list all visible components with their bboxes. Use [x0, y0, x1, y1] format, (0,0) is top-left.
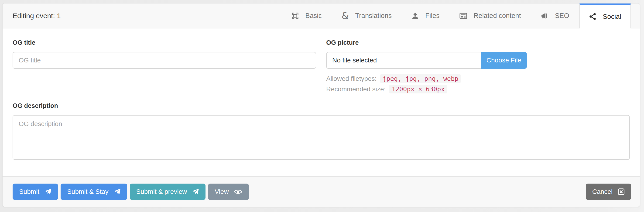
- view-button-label: View: [214, 188, 228, 196]
- paper-plane-icon: [114, 188, 121, 195]
- tab-related-content[interactable]: Related content: [460, 12, 521, 20]
- allowed-filetypes-label: Allowed filetypes:: [326, 75, 376, 82]
- recommended-size-value: 1200px × 630px: [389, 85, 447, 94]
- og-description-field: OG description: [12, 102, 630, 161]
- tab-label: Files: [425, 12, 440, 20]
- crop-icon: [292, 12, 299, 20]
- recommended-size-line: Recommended size: 1200px × 630px: [326, 85, 630, 94]
- tab-translations[interactable]: & Translations: [342, 11, 392, 20]
- choose-file-button[interactable]: Choose File: [481, 52, 527, 69]
- megaphone-icon: [541, 12, 549, 20]
- form-body: OG title OG picture No file selected Cho…: [2, 28, 640, 176]
- cancel-button-label: Cancel: [592, 188, 612, 196]
- submit-stay-button-label: Submit & Stay: [67, 188, 108, 196]
- ampersand-icon: &: [342, 11, 349, 20]
- allowed-filetypes-value: jpeg, jpg, png, webp: [380, 74, 461, 83]
- tab-label: Related content: [474, 12, 521, 20]
- og-picture-label: OG picture: [326, 39, 630, 46]
- og-description-textarea[interactable]: [12, 115, 630, 160]
- submit-stay-button[interactable]: Submit & Stay: [60, 184, 127, 200]
- paper-plane-icon: [192, 188, 199, 195]
- og-title-label: OG title: [12, 39, 316, 46]
- tab-label: SEO: [555, 12, 569, 20]
- og-picture-field: OG picture No file selected Choose File …: [326, 39, 630, 94]
- card-header: Editing event: 1 Basic & Translations: [2, 4, 640, 28]
- close-square-icon: [618, 188, 625, 195]
- eye-icon: [234, 189, 242, 195]
- upload-icon: [412, 12, 419, 20]
- page-title: Editing event: 1: [12, 12, 61, 20]
- og-title-input[interactable]: [12, 52, 316, 69]
- file-status-text: No file selected: [327, 52, 481, 68]
- edit-event-card: Editing event: 1 Basic & Translations: [2, 3, 640, 207]
- tab-label: Translations: [355, 12, 392, 20]
- tab-seo[interactable]: SEO: [541, 12, 569, 20]
- submit-button-label: Submit: [19, 188, 40, 196]
- tab-basic[interactable]: Basic: [292, 12, 322, 20]
- cancel-button[interactable]: Cancel: [586, 184, 631, 200]
- share-icon: [589, 12, 596, 20]
- tab-social[interactable]: Social: [580, 4, 631, 28]
- form-row-top: OG title OG picture No file selected Cho…: [12, 39, 630, 94]
- tab-label: Social: [603, 13, 621, 20]
- paper-plane-icon: [44, 188, 52, 195]
- action-bar: Submit Submit & Stay Submit & preview: [2, 176, 640, 207]
- og-title-field: OG title: [12, 39, 316, 94]
- tab-bar: Basic & Translations Files: [272, 4, 631, 28]
- og-description-label: OG description: [12, 102, 630, 110]
- tab-files[interactable]: Files: [412, 12, 440, 20]
- allowed-filetypes-line: Allowed filetypes: jpeg, jpg, png, webp: [326, 74, 630, 83]
- og-picture-file-input[interactable]: No file selected Choose File: [326, 52, 527, 69]
- recommended-size-label: Recommended size:: [326, 86, 386, 93]
- tab-label: Basic: [305, 12, 322, 20]
- submit-button[interactable]: Submit: [12, 184, 58, 200]
- submit-preview-button-label: Submit & preview: [136, 188, 187, 196]
- submit-preview-button[interactable]: Submit & preview: [130, 184, 206, 200]
- view-button[interactable]: View: [208, 184, 248, 200]
- newspaper-icon: [460, 12, 468, 20]
